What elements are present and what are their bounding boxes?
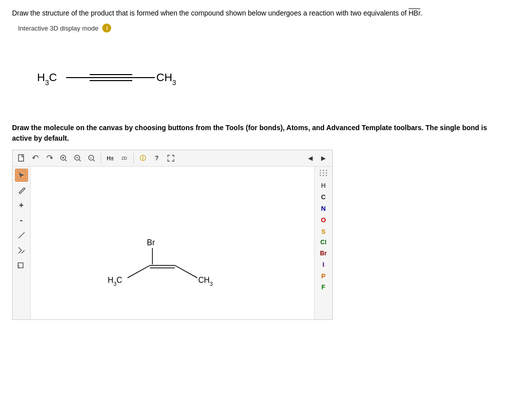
minus-charge-button[interactable]: - <box>15 214 28 227</box>
atom-I-button[interactable]: I <box>316 259 332 271</box>
svg-marker-20 <box>19 188 25 194</box>
undo-button[interactable] <box>30 152 42 164</box>
atom-F-button[interactable]: F <box>316 282 332 293</box>
redo-button[interactable] <box>44 152 56 164</box>
svg-line-24 <box>22 250 25 253</box>
h-toggle-button[interactable]: H± <box>104 152 116 164</box>
single-bond-button[interactable] <box>15 229 28 242</box>
svg-text:×: × <box>90 156 92 160</box>
grid-dot <box>326 175 327 176</box>
info-button[interactable]: ⓘ <box>137 152 149 164</box>
reagent-text: HBr <box>408 9 420 17</box>
svg-line-28 <box>128 265 150 278</box>
atom-Cl-button[interactable]: Cl <box>316 237 332 248</box>
svg-line-11 <box>65 160 67 161</box>
svg-line-14 <box>79 160 81 161</box>
chemistry-canvas: × H± 2D ⓘ ? ◀ ▶ <box>12 150 333 320</box>
arrow-navigation: ◀ ▶ <box>304 152 329 164</box>
double-bond-button[interactable] <box>15 244 28 257</box>
svg-text:CH3: CH3 <box>156 71 176 87</box>
grid-dot <box>323 175 324 176</box>
svg-text:H3C: H3C <box>108 276 122 287</box>
svg-line-16 <box>93 160 95 161</box>
zoom-out-button[interactable] <box>72 152 84 164</box>
drawing-area[interactable]: H3C CH3 Br <box>31 167 314 319</box>
atom-grid-dots <box>319 168 329 178</box>
plus-charge-button[interactable]: + <box>15 199 28 212</box>
right-atoms-panel: H C N O S Cl Br I P F <box>314 167 332 319</box>
draw-instructions: Draw the molecule on the canvas by choos… <box>12 123 501 144</box>
atom-S-button[interactable]: S <box>316 226 332 238</box>
grid-dot <box>326 172 327 174</box>
help-button[interactable]: ? <box>151 152 163 164</box>
atom-C-button[interactable]: C <box>316 192 332 203</box>
grid-dot <box>326 170 327 171</box>
question-text: Draw the structure of the product that i… <box>12 8 501 19</box>
svg-line-22 <box>19 250 22 253</box>
grid-dot <box>323 170 324 171</box>
svg-text:Br: Br <box>147 238 155 247</box>
prev-arrow-button[interactable]: ◀ <box>304 152 316 164</box>
atom-Br-button[interactable]: Br <box>316 248 332 259</box>
interactive-mode-bar: Interactive 3D display mode i <box>12 24 501 33</box>
grid-dot <box>320 172 321 174</box>
grid-dot <box>323 172 324 174</box>
atom-P-button[interactable]: P <box>316 271 332 282</box>
svg-line-23 <box>19 247 22 250</box>
atom-N-button[interactable]: N <box>316 203 332 215</box>
svg-text:CH3: CH3 <box>198 276 213 287</box>
next-arrow-button[interactable]: ▶ <box>317 152 329 164</box>
svg-text:H3C: H3C <box>37 71 57 87</box>
new-document-button[interactable] <box>16 152 28 164</box>
interactive-mode-info-icon[interactable]: i <box>102 24 111 33</box>
toolbar-separator-2 <box>133 153 134 163</box>
toolbar-separator-1 <box>101 153 101 163</box>
starting-material-display: H3C CH3 <box>12 43 501 123</box>
grid-dot <box>320 170 321 171</box>
ring-tool-button[interactable]: [ <box>15 259 28 272</box>
expand-button[interactable] <box>165 152 177 164</box>
svg-rect-7 <box>19 155 24 161</box>
svg-marker-19 <box>19 173 24 178</box>
grid-dot <box>320 175 321 176</box>
2d-toggle-button[interactable]: 2D <box>118 152 130 164</box>
zoom-in-button[interactable] <box>58 152 70 164</box>
starting-material-svg: H3C CH3 <box>32 58 212 98</box>
zoom-fit-button[interactable]: × <box>86 152 98 164</box>
drawn-molecule-svg: H3C CH3 Br <box>31 167 314 319</box>
left-tools-panel: + - [ <box>13 167 31 319</box>
canvas-body: + - [ <box>13 167 332 319</box>
interactive-mode-label: Interactive 3D display mode <box>18 25 98 32</box>
select-tool-button[interactable] <box>15 169 28 182</box>
atom-O-button[interactable]: O <box>316 215 332 226</box>
top-toolbar: × H± 2D ⓘ ? ◀ ▶ <box>13 150 332 167</box>
svg-line-31 <box>175 265 197 278</box>
svg-line-21 <box>19 232 25 238</box>
erase-tool-button[interactable] <box>15 184 28 197</box>
atom-H-button[interactable]: H <box>316 180 332 192</box>
